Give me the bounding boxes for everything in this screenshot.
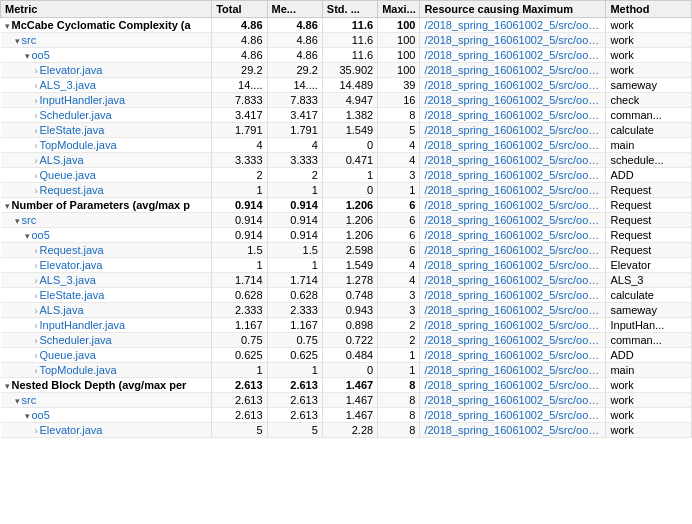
table-row[interactable]: ›TopModule.java1101/2018_spring_16061002… [1, 363, 692, 378]
expand-icon[interactable]: › [35, 261, 38, 271]
expand-icon[interactable]: › [35, 126, 38, 136]
expand-icon[interactable]: ▾ [5, 201, 10, 211]
cell-method: work [606, 393, 692, 408]
expand-icon[interactable]: › [35, 336, 38, 346]
cell-resource: /2018_spring_16061002_5/src/oo5/Qu... [420, 348, 606, 363]
cell-method: Request [606, 213, 692, 228]
expand-icon[interactable]: ▾ [15, 36, 20, 46]
expand-icon[interactable]: ▾ [15, 216, 20, 226]
header-mean[interactable]: Me... [267, 1, 322, 18]
expand-icon[interactable]: ▾ [15, 396, 20, 406]
metric-cell: ›Elevator.java [1, 63, 212, 78]
table-row[interactable]: ›Request.java1.51.52.5986/2018_spring_16… [1, 243, 692, 258]
table-row[interactable]: ›ALS.java2.3332.3330.9433/2018_spring_16… [1, 303, 692, 318]
cell-resource: /2018_spring_16061002_5/src/oo5/In... [420, 93, 606, 108]
cell-total: 1 [212, 258, 267, 273]
cell-std: 0.748 [322, 288, 377, 303]
expand-icon[interactable]: › [35, 426, 38, 436]
metric-cell: ▾oo5 [1, 408, 212, 423]
main-table-container[interactable]: Metric Total Me... Std. ... Maxi... Reso… [0, 0, 692, 524]
expand-icon[interactable]: › [35, 186, 38, 196]
expand-icon[interactable]: › [35, 246, 38, 256]
header-method[interactable]: Method [606, 1, 692, 18]
expand-icon[interactable]: › [35, 81, 38, 91]
cell-total: 2.613 [212, 378, 267, 393]
expand-icon[interactable]: ▾ [5, 21, 10, 31]
table-row[interactable]: ›Request.java1101/2018_spring_16061002_5… [1, 183, 692, 198]
header-metric[interactable]: Metric [1, 1, 212, 18]
table-row[interactable]: ▾McCabe Cyclomatic Complexity (a4.864.86… [1, 18, 692, 33]
expand-icon[interactable]: › [35, 276, 38, 286]
expand-icon[interactable]: › [35, 156, 38, 166]
expand-icon[interactable]: ▾ [5, 381, 10, 391]
cell-method: ALS_3 [606, 273, 692, 288]
table-row[interactable]: ›Elevator.java29.229.235.902100/2018_spr… [1, 63, 692, 78]
metric-cell: ▾src [1, 213, 212, 228]
table-row[interactable]: ›Scheduler.java0.750.750.7222/2018_sprin… [1, 333, 692, 348]
table-row[interactable]: ›EleState.java1.7911.7911.5495/2018_spri… [1, 123, 692, 138]
header-max[interactable]: Maxi... [378, 1, 420, 18]
table-row[interactable]: ›Scheduler.java3.4173.4171.3828/2018_spr… [1, 108, 692, 123]
expand-icon[interactable]: › [35, 321, 38, 331]
metric-label: oo5 [32, 409, 50, 421]
expand-icon[interactable]: › [35, 96, 38, 106]
cell-max: 4 [378, 258, 420, 273]
table-row[interactable]: ›Elevator.java111.5494/2018_spring_16061… [1, 258, 692, 273]
cell-std: 1.382 [322, 108, 377, 123]
table-row[interactable]: ▾oo50.9140.9141.2066/2018_spring_1606100… [1, 228, 692, 243]
table-row[interactable]: ›ALS.java3.3333.3330.4714/2018_spring_16… [1, 153, 692, 168]
table-row[interactable]: ▾oo52.6132.6131.4678/2018_spring_1606100… [1, 408, 692, 423]
cell-resource: /2018_spring_16061002_5/src/oo5/Ele... [420, 123, 606, 138]
expand-icon[interactable]: › [35, 111, 38, 121]
cell-std: 0.484 [322, 348, 377, 363]
expand-icon[interactable]: › [35, 366, 38, 376]
table-row[interactable]: ▾src4.864.8611.6100/2018_spring_16061002… [1, 33, 692, 48]
table-row[interactable]: ▾oo54.864.8611.6100/2018_spring_16061002… [1, 48, 692, 63]
table-row[interactable]: ›InputHandler.java7.8337.8334.94716/2018… [1, 93, 692, 108]
cell-total: 0.628 [212, 288, 267, 303]
cell-total: 1.5 [212, 243, 267, 258]
expand-icon[interactable]: › [35, 171, 38, 181]
cell-mean: 1.714 [267, 273, 322, 288]
expand-icon[interactable]: › [35, 66, 38, 76]
expand-icon[interactable]: › [35, 306, 38, 316]
metric-label: InputHandler.java [40, 94, 126, 106]
metric-cell: ▾McCabe Cyclomatic Complexity (a [1, 18, 212, 33]
cell-resource: /2018_spring_16061002_5/src/oo5/In... [420, 318, 606, 333]
header-std[interactable]: Std. ... [322, 1, 377, 18]
expand-icon[interactable]: › [35, 351, 38, 361]
cell-resource: /2018_spring_16061002_5/src/oo5/Ele... [420, 48, 606, 63]
header-resource[interactable]: Resource causing Maximum [420, 1, 606, 18]
metric-cell: ›TopModule.java [1, 363, 212, 378]
cell-total: 1 [212, 183, 267, 198]
table-row[interactable]: ▾Nested Block Depth (avg/max per2.6132.6… [1, 378, 692, 393]
table-row[interactable]: ▾src0.9140.9141.2066/2018_spring_1606100… [1, 213, 692, 228]
table-row[interactable]: ›ALS_3.java14....14....14.48939/2018_spr… [1, 78, 692, 93]
cell-total: 0.914 [212, 228, 267, 243]
expand-icon[interactable]: ▾ [25, 231, 30, 241]
metric-cell: ›ALS.java [1, 303, 212, 318]
table-row[interactable]: ▾Number of Parameters (avg/max p0.9140.9… [1, 198, 692, 213]
cell-total: 4.86 [212, 48, 267, 63]
cell-total: 0.625 [212, 348, 267, 363]
expand-icon[interactable]: › [35, 291, 38, 301]
cell-resource: /2018_spring_16061002_5/src/oo5/Re... [420, 213, 606, 228]
table-row[interactable]: ›Queue.java0.6250.6250.4841/2018_spring_… [1, 348, 692, 363]
metric-cell: ›InputHandler.java [1, 93, 212, 108]
table-row[interactable]: ›ALS_3.java1.7141.7141.2784/2018_spring_… [1, 273, 692, 288]
table-row[interactable]: ›InputHandler.java1.1671.1670.8982/2018_… [1, 318, 692, 333]
header-total[interactable]: Total [212, 1, 267, 18]
table-row[interactable]: ›Elevator.java552.288/2018_spring_160610… [1, 423, 692, 438]
table-row[interactable]: ›Queue.java2213/2018_spring_16061002_5/s… [1, 168, 692, 183]
metric-label: src [22, 214, 37, 226]
metric-cell: ›Queue.java [1, 348, 212, 363]
metric-label: Request.java [40, 244, 104, 256]
expand-icon[interactable]: › [35, 141, 38, 151]
table-row[interactable]: ›EleState.java0.6280.6280.7483/2018_spri… [1, 288, 692, 303]
expand-icon[interactable]: ▾ [25, 51, 30, 61]
table-row[interactable]: ›TopModule.java4404/2018_spring_16061002… [1, 138, 692, 153]
expand-icon[interactable]: ▾ [25, 411, 30, 421]
table-row[interactable]: ▾src2.6132.6131.4678/2018_spring_1606100… [1, 393, 692, 408]
cell-mean: 4.86 [267, 48, 322, 63]
cell-total: 7.833 [212, 93, 267, 108]
